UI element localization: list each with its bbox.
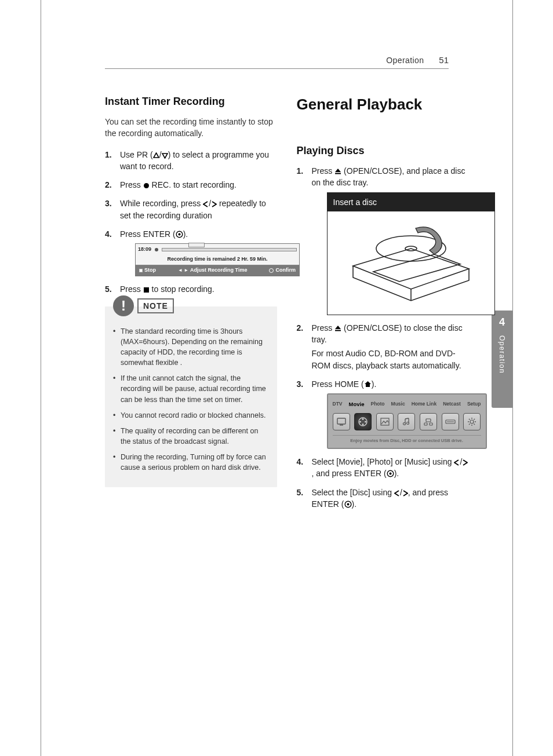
- left-icon: [203, 201, 209, 207]
- hm-homelink-icon: [420, 413, 437, 430]
- svg-point-16: [403, 423, 406, 425]
- svg-line-30: [469, 424, 470, 425]
- home-menu-figure: DTV Movie Photo Music Home Link Netcast …: [327, 393, 487, 449]
- svg-point-35: [347, 503, 349, 505]
- right-column: General Playback Playing Discs Press (OP…: [297, 96, 469, 517]
- playing-discs-heading: Playing Discs: [297, 145, 469, 157]
- home-icon: [364, 381, 372, 388]
- side-tab-number: 4: [499, 316, 505, 328]
- svg-point-12: [365, 421, 366, 423]
- instant-timer-steps: Use PR (/) to select a programme you wan…: [105, 149, 277, 295]
- right-icon: [462, 459, 468, 466]
- instant-timer-heading: Instant Timer Recording: [105, 96, 277, 108]
- svg-line-28: [469, 419, 470, 420]
- note-bang-icon: !: [113, 295, 134, 316]
- svg-rect-7: [335, 330, 341, 331]
- hm-tab: DTV: [333, 400, 343, 408]
- side-tab-label: Operation: [498, 335, 506, 374]
- recbar-time: 18:09: [138, 246, 151, 253]
- hm-photo-icon: [376, 413, 394, 430]
- recbar-dot-icon: [155, 248, 158, 251]
- svg-rect-3: [144, 287, 149, 293]
- hm-tab: Netcast: [443, 400, 461, 408]
- step-3: While recording, press / repeatedly to s…: [105, 198, 277, 221]
- left-icon: [394, 490, 400, 496]
- step-2: Press REC. to start recording.: [105, 179, 277, 191]
- svg-rect-18: [426, 419, 431, 422]
- header-page-number: 51: [439, 55, 449, 65]
- pd-step-1: Press (OPEN/CLOSE), and place a disc on …: [297, 165, 469, 315]
- svg-line-29: [474, 424, 475, 425]
- note-item: The quality of recording can be differen…: [113, 426, 269, 447]
- insert-disc-figure: Insert a disc: [327, 192, 495, 315]
- note-box: ! NOTE The standard recording time is 3h…: [105, 306, 277, 488]
- hm-tab: Home Link: [412, 400, 436, 408]
- left-icon: [454, 459, 460, 466]
- note-item: If the unit cannot catch the signal, the…: [113, 373, 269, 404]
- note-head: ! NOTE: [113, 295, 174, 316]
- stop-icon: [143, 287, 150, 293]
- hm-movie-icon: [354, 413, 372, 430]
- recbar-adjust: ◄ ►Adjust Recording Time: [178, 266, 247, 274]
- note-list: The standard recording time is 3hours (M…: [113, 326, 269, 473]
- right-icon: [402, 490, 408, 496]
- svg-point-14: [359, 421, 361, 423]
- hm-netcast-icon: [442, 413, 459, 430]
- pd-step-5: Select the [Disc] using /, and press ENT…: [297, 487, 469, 510]
- left-column: Instant Timer Recording You can set the …: [105, 96, 277, 517]
- svg-rect-20: [430, 423, 432, 425]
- playing-discs-steps: Press (OPEN/CLOSE), and place a disc on …: [297, 165, 469, 510]
- svg-point-11: [362, 418, 364, 420]
- pd-step-2-sub: For most Audio CD, BD-ROM and DVD-ROM di…: [312, 348, 469, 371]
- hm-tab: Setup: [467, 400, 481, 408]
- right-icon: [211, 201, 217, 207]
- insert-disc-art: [328, 211, 494, 315]
- enter-icon: [387, 470, 394, 477]
- down-icon: [162, 152, 168, 159]
- enter-icon: [344, 501, 352, 508]
- pd-step-4: Select [Movie], [Photo] or [Music] using…: [297, 456, 469, 480]
- insert-disc-title: Insert a disc: [328, 193, 494, 211]
- note-label: NOTE: [137, 298, 174, 313]
- note-item: The standard recording time is 3hours (M…: [113, 326, 269, 368]
- page-header: Operation 51: [105, 55, 449, 69]
- svg-rect-8: [337, 418, 345, 424]
- hm-tab: Music: [391, 400, 405, 408]
- recording-bar-figure: 18:09 Recording time is remained 2 Hr. 5…: [135, 243, 300, 276]
- svg-rect-9: [340, 425, 343, 426]
- pd-step-2: Press (OPEN/CLOSE) to close the disc tra…: [297, 322, 469, 371]
- record-icon: [143, 182, 150, 189]
- hm-setup-icon: [463, 413, 481, 430]
- hm-music-icon: [398, 413, 415, 430]
- svg-point-17: [407, 422, 409, 425]
- eject-icon: [334, 325, 341, 332]
- content-columns: Instant Timer Recording You can set the …: [105, 96, 449, 517]
- svg-rect-4: [335, 173, 341, 174]
- svg-point-2: [178, 233, 180, 236]
- hm-tab: Photo: [370, 400, 384, 408]
- header-section: Operation: [386, 56, 424, 65]
- pd-step-3: Press HOME (). DTV Movie Photo Music Hom…: [297, 378, 469, 449]
- hm-dtv-icon: [333, 413, 350, 430]
- hm-tab: Movie: [349, 400, 365, 408]
- instant-timer-intro: You can set the recording time instantly…: [105, 116, 277, 140]
- svg-point-33: [389, 473, 391, 475]
- hm-subtitle: Enjoy movies from Disc, HDD or connected…: [333, 435, 481, 444]
- note-item: During the recording, Turning off by for…: [113, 452, 269, 473]
- eject-icon: [334, 168, 341, 175]
- enter-icon: [176, 231, 183, 238]
- step-1: Use PR (/) to select a programme you wan…: [105, 149, 277, 173]
- recbar-confirm: Confirm: [269, 266, 296, 274]
- svg-point-0: [144, 183, 149, 188]
- step-5: Press to stop recording.: [105, 283, 277, 295]
- svg-rect-19: [424, 423, 427, 425]
- svg-line-31: [474, 419, 475, 420]
- recbar-message: Recording time is remained 2 Hr. 59 Min.: [136, 255, 299, 265]
- side-tab: 4 Operation: [492, 311, 512, 408]
- step-4: Press ENTER (). 18:09 Recording time is …: [105, 228, 277, 276]
- manual-page: Operation 51 4 Operation Instant Timer R…: [41, 0, 513, 756]
- general-playback-heading: General Playback: [297, 96, 469, 114]
- recbar-progress: [162, 248, 297, 251]
- svg-point-23: [470, 420, 474, 423]
- svg-point-13: [362, 423, 364, 425]
